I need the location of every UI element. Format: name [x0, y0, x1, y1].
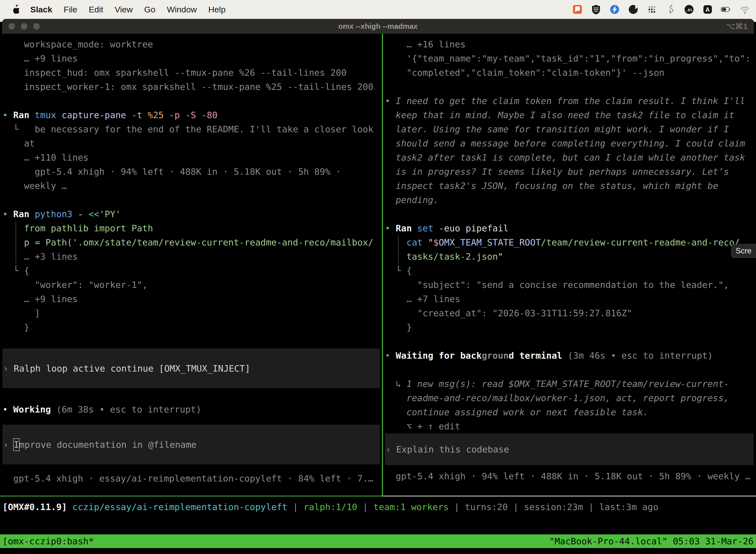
svg-text:..61: ..61 [686, 8, 692, 12]
terminal-line: cat "$OMX_TEAM_STATE_ROOT/team/review-cu… [385, 235, 756, 250]
omx-status-line: [OMX#0.11.9] cczip/essay/ai-reimplementa… [0, 500, 756, 514]
terminal-line: is in progress? It seems likely but perh… [385, 165, 756, 179]
pane-border-inactive [383, 496, 756, 496]
terminal-line: … +9 lines [2, 292, 382, 306]
terminal-line: workspace_mode: worktree [2, 37, 382, 51]
pane-left: workspace_mode: worktree … +9 lines insp… [0, 34, 382, 496]
pane-bottom-borders [0, 496, 756, 496]
terminal: workspace_mode: worktree … +9 lines insp… [0, 34, 756, 496]
menu-app-name[interactable]: Slack [30, 5, 52, 14]
terminal-line: gpt-5.4 xhigh · 94% left · 488K in · 5.1… [385, 469, 756, 483]
terminal-line: inspect_worker-1: omx sparkshell --tmux-… [2, 80, 382, 94]
a-key-icon[interactable]: A [702, 4, 713, 15]
terminal-line: … +110 lines [2, 151, 382, 165]
terminal-line: └ be necessary for the end of the README… [2, 122, 382, 136]
terminal-line: from pathlib import Path [2, 221, 382, 235]
terminal-line: ⌥ + ↑ edit [385, 419, 756, 433]
terminal-line: "worker": "worker-1", [2, 278, 382, 292]
chat-icon[interactable] [572, 4, 583, 15]
terminal-blank-line [385, 363, 756, 377]
terminal-blank-line [2, 334, 382, 348]
tmux-session-label: [omx-cczip0:bash* [2, 536, 94, 546]
terminal-line: continue assigned work or next feasible … [385, 405, 756, 419]
titlebar-row: omx --xhigh --madmax ⌥⌘1 [0, 19, 756, 34]
terminal-line: └ { [385, 264, 756, 278]
terminal-line: • Working (6m 38s • esc to interrupt) [2, 402, 382, 417]
terminal-blank-line [385, 334, 756, 348]
terminal-line: inspect_hud: omx sparkshell --tmux-pane … [2, 65, 382, 80]
menu-item-go[interactable]: Go [144, 5, 155, 14]
dots-grid-icon[interactable] [646, 4, 657, 15]
terminal-line: inspect task2's JSON, focusing on the st… [385, 179, 756, 193]
terminal-blank-line [2, 94, 382, 108]
terminal-line: task2 after task1 is complete, but can I… [385, 151, 756, 165]
terminal-line: p = Path('.omx/state/team/review-current… [2, 235, 382, 250]
terminal-line: gpt-5.4 xhigh · 94% left · 488K in · 5.1… [2, 165, 382, 179]
band-text: › Improve documentation in @filename [2, 438, 196, 452]
terminal-line: readme-and-reco/mailbox/worker-1.json, a… [385, 391, 756, 405]
tmux-status-bar: [omx-cczip0:bash* "MacBook-Pro-44.local"… [0, 535, 756, 548]
terminal-line: • I need to get the claim token from the… [385, 94, 756, 108]
band-text: › Ralph loop active continue [OMX_TMUX_I… [2, 362, 250, 376]
terminal-line: } [385, 320, 756, 334]
terminal-line: • Ran set -euo pipefail [385, 221, 756, 235]
terminal-line: … +9 lines [2, 51, 382, 65]
menu-status-icons: ..61 A [572, 4, 751, 15]
bottom-area: [OMX#0.11.9] cczip/essay/ai-reimplementa… [0, 496, 756, 554]
svg-text:A: A [705, 6, 710, 13]
terminal-line: • Ran python3 - <<'PY' [2, 207, 382, 221]
menu-item-help[interactable]: Help [208, 5, 226, 14]
terminal-line: … +7 lines [385, 292, 756, 306]
lightning-circle-icon[interactable] [609, 4, 620, 15]
terminal-line: pending. [385, 193, 756, 207]
terminal-blank-line [385, 207, 756, 221]
terminal-line: • Ran tmux capture-pane -t %25 -p -S -80 [2, 108, 382, 122]
terminal-line: • Waiting for background terminal (3m 46… [385, 348, 756, 363]
terminal-line: … +16 lines [385, 37, 756, 51]
window-title: omx --xhigh --madmax [2, 22, 754, 31]
menu-item-file[interactable]: File [64, 5, 77, 14]
screen-tooltip: Scre [731, 244, 756, 258]
battery-icon[interactable] [720, 4, 732, 15]
terminal-line: "completed","claim_token":"claim-token"}… [385, 65, 756, 80]
pane-right: … +16 lines '{"team_name":"my-team","tas… [383, 34, 756, 496]
window-titlebar: omx --xhigh --madmax ⌥⌘1 [2, 19, 754, 34]
terminal-line: later. Using the same for transition mig… [385, 122, 756, 136]
terminal-line: at [2, 136, 382, 151]
terminal-line: "created_at": "2026-03-31T11:59:27.816Z" [385, 306, 756, 320]
menu-item-window[interactable]: Window [167, 5, 197, 14]
menu-item-edit[interactable]: Edit [89, 5, 104, 14]
menu-item-view[interactable]: View [115, 5, 133, 14]
band-text: › Explain this codebase [385, 442, 509, 456]
wifi-icon[interactable] [739, 4, 751, 15]
terminal-line: ] [2, 306, 382, 320]
pie-circle-icon[interactable] [628, 4, 639, 15]
shield-icon[interactable] [590, 4, 602, 15]
terminal-line: weekly … [2, 179, 382, 193]
hook-icon[interactable] [665, 4, 676, 15]
terminal-line: └ { [2, 264, 382, 278]
count-badge-icon[interactable]: ..61 [683, 4, 695, 15]
apple-menu-icon[interactable] [12, 4, 20, 14]
terminal-blank-line [385, 80, 756, 94]
menu-bar: Slack FileEditViewGoWindowHelp ..61 A [0, 0, 756, 19]
terminal-line: '{"team_name":"my-team","task_id":"1","f… [385, 51, 756, 65]
pane-border-active [0, 496, 383, 496]
terminal-line: tasks/task-2.json" [385, 250, 756, 264]
menu-items: Slack FileEditViewGoWindowHelp [30, 5, 226, 14]
terminal-line: should send a message before completing … [385, 136, 756, 151]
terminal-line: keep that in mind. Maybe I also need the… [385, 108, 756, 122]
terminal-line: ↳ 1 new msg(s): read $OMX_TEAM_STATE_ROO… [385, 377, 756, 391]
prompt-input-right[interactable]: › Explain this codebase [385, 433, 754, 465]
terminal-line: } [2, 320, 382, 334]
terminal-blank-line [2, 193, 382, 207]
terminal-blank-line [2, 388, 382, 402]
inject-notice-band: › Ralph loop active continue [OMX_TMUX_I… [2, 348, 380, 388]
tmux-host-clock: "MacBook-Pro-44.local" 05:03 31-Mar-26 [549, 536, 754, 546]
terminal-line: … +3 lines [2, 250, 382, 264]
prompt-input-left[interactable]: › Improve documentation in @filename [2, 425, 380, 464]
terminal-line: gpt-5.4 xhigh · essay/ai-reimplementatio… [2, 472, 382, 486]
terminal-line: "subject": "send a concise recommendatio… [385, 278, 756, 292]
